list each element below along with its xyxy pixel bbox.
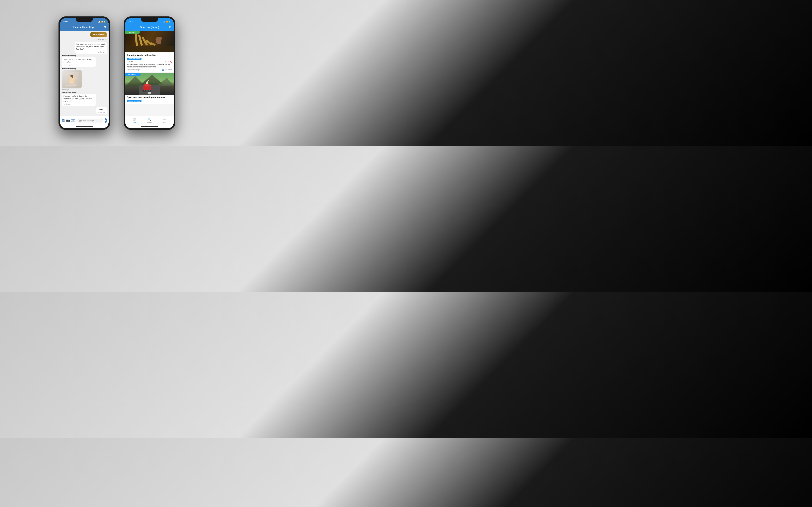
status-icons-chat: 📶 🔋 bbox=[98, 21, 106, 22]
sender-name: Helene Hatchling bbox=[62, 55, 96, 57]
message-bubble: I got it to him this morning, thanks for… bbox=[62, 57, 96, 67]
feed-body: ✓ Complied Stopping Waste in the office … bbox=[125, 31, 174, 116]
home-indicator-2 bbox=[125, 125, 174, 128]
wifi-icon-2: 📶 bbox=[166, 21, 168, 22]
home-indicator bbox=[60, 125, 109, 128]
document-icon: 📄 bbox=[127, 61, 129, 63]
sender-name: Helene Hatchling bbox=[62, 92, 96, 93]
more-icon: ⋯ bbox=[163, 118, 166, 121]
mandatory-badge: ℹ Mandatory bbox=[125, 73, 141, 76]
svg-point-31 bbox=[144, 90, 145, 92]
phone-chat: 11:41 📶 🔋 ‹ Helene Hatchling ⚙ YE bbox=[58, 16, 110, 130]
message-time: 1 min ago bbox=[63, 64, 94, 66]
list-item: hey, were you able to get the report to … bbox=[74, 42, 107, 54]
road-svg bbox=[125, 73, 174, 95]
svg-point-6 bbox=[75, 77, 77, 78]
signal-icon-2 bbox=[163, 21, 165, 22]
person-icon: 👤 bbox=[162, 69, 164, 71]
tab-feed-label: Feed bbox=[133, 122, 136, 123]
info-icon: ℹ bbox=[126, 74, 127, 75]
shield-icon: ✓ bbox=[126, 32, 128, 33]
wifi-icon: 📶 bbox=[101, 21, 103, 22]
card-image-dominos bbox=[125, 31, 174, 52]
card-meta: 📄 0:20 👁 1 🔖 bbox=[127, 61, 172, 63]
status-time-feed: 12:02 bbox=[128, 21, 133, 23]
card-content-2: Sparrow's now powering our comms Announc… bbox=[125, 95, 174, 104]
search-icon: 🔍 bbox=[148, 118, 151, 121]
chat-contact-title: Helene Hatchling bbox=[63, 26, 104, 29]
tab-more-label: More bbox=[163, 122, 166, 123]
image-attach-icon[interactable]: 🖼 bbox=[62, 119, 65, 122]
phone-feed: 12:02 📶 🔋 ☰ Sparrow (demo) ✉ bbox=[123, 16, 175, 130]
notch bbox=[76, 18, 93, 22]
complied-badge: ✓ Complied bbox=[125, 31, 140, 34]
message-time: 0 mins ago bbox=[98, 111, 105, 114]
view-icon: 👁 bbox=[165, 61, 167, 63]
bookmark-icon[interactable]: 🔖 bbox=[170, 61, 172, 63]
status-icons-feed: 📶 🔋 bbox=[163, 21, 171, 22]
yeahh-label: YEAHHHH bbox=[93, 34, 105, 36]
message-text: Done! bbox=[98, 108, 103, 110]
list-item: Helene Hatchling if you are up for it, t… bbox=[62, 92, 96, 106]
tab-more[interactable]: ⋯ More bbox=[157, 118, 172, 123]
message-text: if you are up for it, there's the custom… bbox=[63, 95, 92, 102]
message-time: 4 mins ago bbox=[76, 51, 105, 53]
card-tag-2: Announcements bbox=[127, 100, 142, 102]
card-description: We have a new policy regarding being in … bbox=[127, 63, 172, 68]
message-text: I got it to him this morning, thanks for… bbox=[63, 58, 94, 63]
badge-label-2: Mandatory bbox=[128, 74, 136, 75]
menu-button[interactable]: ☰ bbox=[128, 25, 130, 29]
card-title-2: Sparrow's now powering our comms bbox=[127, 96, 172, 99]
battery-icon: 🔋 bbox=[104, 21, 106, 22]
list-item: Helene Hatchling bbox=[62, 68, 82, 91]
svg-point-9 bbox=[70, 75, 73, 77]
tab-bar: 📈 Feed 🔍 Search ⋯ More bbox=[125, 116, 174, 125]
battery-icon-2: 🔋 bbox=[169, 21, 171, 22]
status-time-chat: 11:41 bbox=[63, 21, 68, 23]
tab-search-label: Search bbox=[147, 122, 152, 123]
home-bar bbox=[76, 126, 93, 127]
card-title: Stopping Waste in the office bbox=[127, 54, 172, 56]
sender-name: Helene Hatchling bbox=[62, 68, 82, 70]
dominos-svg bbox=[125, 31, 174, 52]
message-time: 1 min ago bbox=[62, 89, 82, 91]
card-duration: 📄 0:20 bbox=[127, 61, 133, 63]
card-image-road bbox=[125, 73, 174, 95]
svg-rect-18 bbox=[156, 37, 161, 44]
message-time: 1 min ago bbox=[63, 103, 94, 105]
card-view-icons: 👁 1 🔖 bbox=[165, 61, 172, 63]
feed-header: ☰ Sparrow (demo) ✉ bbox=[125, 24, 174, 31]
list-item: Helene Hatchling I got it to him this mo… bbox=[62, 55, 96, 67]
gif-button[interactable]: GIF bbox=[71, 119, 75, 122]
card-image-wrap: ✓ Complied bbox=[125, 31, 174, 52]
date-divider: 21 December, 20 bbox=[62, 39, 107, 40]
chat-header: ‹ Helene Hatchling ⚙ bbox=[60, 24, 109, 31]
send-button[interactable]: ▶ bbox=[105, 118, 107, 123]
compose-button[interactable]: ✉ bbox=[169, 25, 171, 29]
settings-button[interactable]: ⚙ bbox=[104, 25, 106, 29]
message-text: hey, were you able to get the report to … bbox=[76, 43, 105, 50]
card-footer: Read 23 hours ago 👤 Alan Admin bbox=[127, 69, 172, 71]
card-image-wrap-2: ℹ Mandatory bbox=[125, 73, 174, 95]
notch-2 bbox=[141, 18, 158, 22]
svg-rect-28 bbox=[145, 84, 150, 87]
card-tag: Announcements bbox=[127, 58, 142, 60]
chat-body: YEAHHHH 21 December, 20 hey, were you ab… bbox=[60, 31, 109, 116]
camera-icon[interactable]: 📷 bbox=[66, 119, 70, 122]
card-author: 👤 Alan Admin bbox=[162, 69, 172, 71]
list-item: ℹ Mandatory Sparrow's now powering our c… bbox=[125, 73, 174, 104]
tab-search[interactable]: 🔍 Search bbox=[142, 118, 157, 123]
message-image bbox=[62, 70, 82, 88]
author-name: Alan Admin bbox=[164, 69, 172, 71]
badge-label: Complied bbox=[129, 32, 136, 33]
feed-icon: 📈 bbox=[133, 118, 136, 121]
home-bar-2 bbox=[141, 126, 158, 127]
tab-feed[interactable]: 📈 Feed bbox=[127, 118, 142, 123]
list-item: YEAHHHH bbox=[90, 32, 107, 37]
svg-rect-11 bbox=[125, 46, 174, 52]
list-item: Done! 0 mins ago bbox=[96, 107, 107, 114]
svg-rect-26 bbox=[148, 92, 151, 94]
svg-point-7 bbox=[71, 77, 71, 78]
message-input[interactable] bbox=[77, 118, 103, 122]
list-item: ✓ Complied Stopping Waste in the office … bbox=[125, 31, 174, 72]
